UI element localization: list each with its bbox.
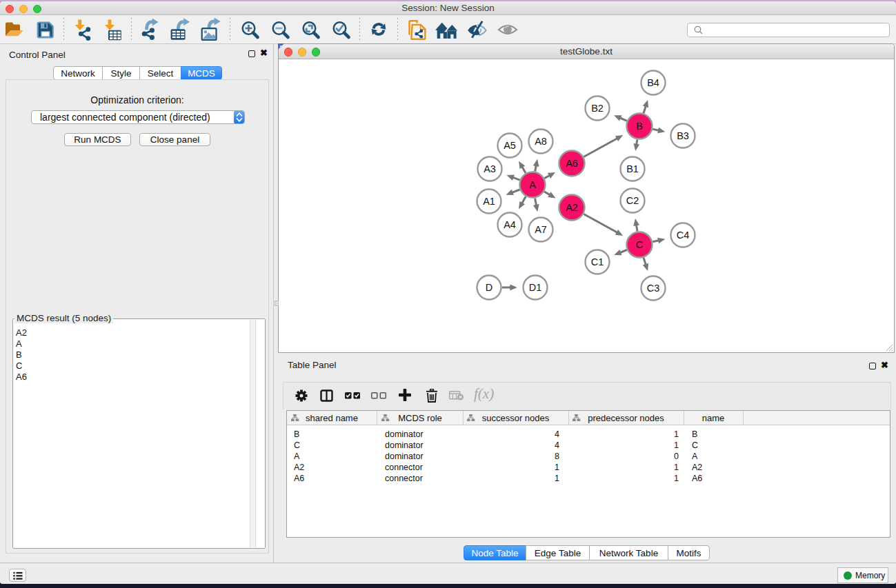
svg-text:D: D <box>486 282 492 293</box>
svg-text:C3: C3 <box>647 283 660 294</box>
svg-text:A5: A5 <box>504 140 516 151</box>
svg-text:C1: C1 <box>591 256 604 267</box>
svg-text:A2: A2 <box>566 202 578 213</box>
svg-text:B3: B3 <box>677 130 689 141</box>
svg-text:A8: A8 <box>535 136 547 147</box>
svg-text:A7: A7 <box>535 224 547 235</box>
svg-text:B: B <box>636 121 643 132</box>
svg-text:A1: A1 <box>483 196 495 207</box>
svg-text:C2: C2 <box>626 195 639 206</box>
svg-text:B2: B2 <box>591 103 604 114</box>
svg-text:A6: A6 <box>566 158 578 169</box>
svg-text:A: A <box>529 179 536 190</box>
svg-text:B1: B1 <box>626 163 639 174</box>
svg-text:C: C <box>636 239 643 250</box>
svg-text:A3: A3 <box>484 163 496 174</box>
svg-text:C4: C4 <box>677 230 690 241</box>
svg-text:D1: D1 <box>529 282 542 293</box>
svg-text:B4: B4 <box>647 77 659 88</box>
svg-text:A4: A4 <box>504 219 516 230</box>
